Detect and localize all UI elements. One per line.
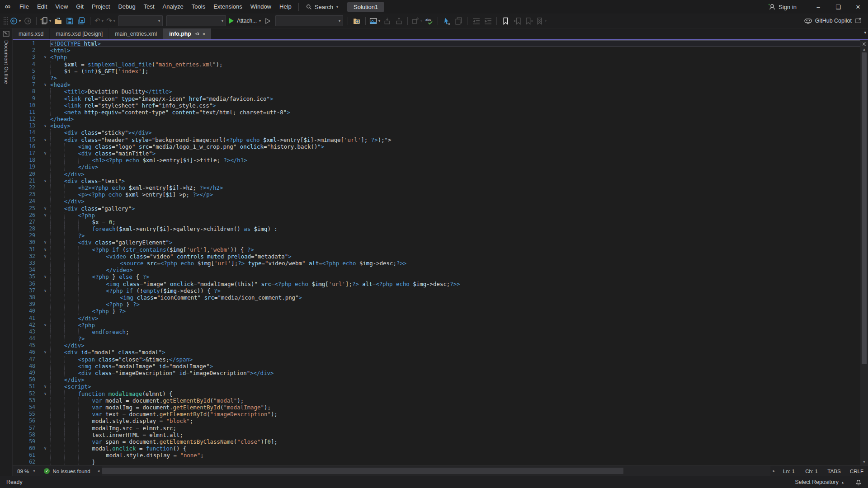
toggle-bookmark-button[interactable] [500, 15, 511, 26]
menu-window[interactable]: Window [246, 0, 275, 14]
chevron-down-icon[interactable]: ▾ [19, 19, 21, 23]
code-line[interactable]: 56modal.style.display = "block"; [13, 418, 860, 424]
code-text[interactable]: } [50, 459, 860, 465]
fold-chevron-icon[interactable]: ∨ [40, 178, 50, 184]
code-text[interactable]: <img class="modalImage" id="modalImage"> [50, 363, 860, 370]
code-line[interactable]: 21∨<div class="text"> [13, 178, 860, 184]
code-text[interactable]: <div class="header" style="background-im… [50, 136, 860, 143]
code-line[interactable]: 46∨<div id="modal" class="modal"> [13, 349, 860, 356]
code-line[interactable]: 57modalImg.src = elmnt.src; [13, 425, 860, 432]
code-line[interactable]: 43endforeach; [13, 328, 860, 335]
code-line[interactable]: 50</div> [13, 376, 860, 383]
code-line[interactable]: 28foreach($xml->entry[$i]->gallery->chil… [13, 225, 860, 232]
fold-chevron-icon[interactable]: ∨ [40, 273, 50, 280]
code-line[interactable]: 51∨<script> [13, 383, 860, 390]
code-line[interactable]: 33<source src=<?php echo $img['url'];?> … [13, 260, 860, 267]
code-text[interactable]: $xml = simplexml_load_file("main_entries… [50, 61, 860, 68]
fold-chevron-icon[interactable]: ∨ [40, 445, 50, 452]
code-line[interactable]: 5$i = (int)$_GET['index']; [13, 68, 860, 75]
code-line[interactable]: 2<html> [13, 47, 860, 54]
code-line[interactable]: 15∨<div class="header" style="background… [13, 136, 860, 143]
previous-bookmark-button[interactable] [511, 15, 523, 26]
code-line[interactable]: 22<h2><?php echo $xml->entry[$i]->h2; ?>… [13, 184, 860, 191]
code-line[interactable]: 30∨<div class="galleryElement"> [13, 239, 860, 246]
document-list-chevron-icon[interactable]: ▾ [864, 30, 866, 35]
export-settings-button[interactable] [393, 15, 405, 26]
code-line[interactable]: 53var modal = document.getElementById("m… [13, 397, 860, 404]
code-text[interactable]: var modal = document.getElementById("mod… [50, 397, 860, 404]
chevron-down-icon[interactable]: ▾ [420, 19, 422, 23]
scroll-down-arrow-icon[interactable]: ▼ [863, 460, 866, 464]
code-line[interactable]: 44?> [13, 335, 860, 342]
configuration-dropdown[interactable]: ▾ [118, 15, 163, 26]
code-line[interactable]: 42∨<?php [13, 322, 860, 328]
code-text[interactable]: <div class="sticky"></div> [50, 129, 860, 136]
fold-chevron-icon[interactable]: ∨ [40, 287, 50, 294]
code-text[interactable]: </video> [50, 267, 860, 273]
start-without-debugging-button[interactable] [262, 15, 274, 26]
tabs-mode-indicator[interactable]: TABS [823, 468, 845, 474]
code-line[interactable]: 17∨<div class="mainTitle"> [13, 150, 860, 157]
code-text[interactable]: <body> [50, 122, 860, 129]
code-line[interactable]: 47<span class="close">&times;</span> [13, 356, 860, 363]
code-text[interactable]: text.innerHTML = elmnt.alt; [50, 432, 860, 438]
code-text[interactable]: <div class="imageDescription" id="imageD… [50, 370, 860, 376]
code-line[interactable]: 18<h1><?php echo $xml->entry[$i]->title;… [13, 157, 860, 164]
chevron-down-icon[interactable]: ▾ [113, 19, 115, 23]
code-line[interactable]: 61modal.style.display = "none"; [13, 452, 860, 459]
code-line[interactable]: 31∨<?php if (str_contains($img['url'],'w… [13, 246, 860, 253]
code-text[interactable]: var text = document.getElementById("imag… [50, 411, 860, 418]
fold-chevron-icon[interactable]: ∨ [40, 122, 50, 129]
minimize-button[interactable]: – [808, 0, 828, 14]
code-text[interactable]: <img class="logo" src="media/logo_1_w_cr… [50, 143, 860, 150]
code-line[interactable]: 60∨modal.onclick = function() { [13, 445, 860, 452]
scroll-left-arrow-icon[interactable]: ◄ [95, 469, 102, 473]
code-text[interactable]: <html> [50, 47, 860, 54]
search-box[interactable]: Search ▾ [302, 4, 343, 10]
code-line[interactable]: 10<link rel="stylesheet" href="info_styl… [13, 102, 860, 109]
pin-icon[interactable] [194, 32, 199, 36]
code-text[interactable]: function modalImage(elmnt) { [50, 390, 860, 397]
scroll-up-arrow-icon[interactable]: ▲ [863, 47, 866, 52]
code-text[interactable]: <?php [50, 54, 860, 61]
code-line[interactable]: 4$xml = simplexml_load_file("main_entrie… [13, 61, 860, 68]
code-line[interactable]: 6?> [13, 75, 860, 81]
code-text[interactable]: modal.style.display = "block"; [50, 418, 860, 424]
line-indicator[interactable]: Ln: 1 [778, 468, 800, 474]
horizontal-scrollbar[interactable] [102, 466, 770, 476]
code-text[interactable]: </div> [50, 198, 860, 205]
redo-button[interactable]: ↷ ▾ [105, 15, 117, 26]
code-text[interactable]: <p><?php echo $xml->entry[$i]->p; ?></p> [50, 191, 860, 198]
code-line[interactable]: 29?> [13, 232, 860, 239]
increase-indent-button[interactable] [482, 15, 494, 26]
fold-chevron-icon[interactable]: ∨ [40, 383, 50, 390]
code-text[interactable]: <h1><?php echo $xml->entry[$i]->title; ?… [50, 157, 860, 164]
code-text[interactable]: foreach($xml->entry[$i]->gallery->childr… [50, 225, 860, 232]
code-line[interactable]: 49<div class="imageDescription" id="imag… [13, 370, 860, 376]
tab-main-entries-xml[interactable]: main_entries.xml [109, 28, 163, 39]
code-text[interactable]: <?php if (!empty($img->desc)) { ?> [50, 287, 860, 294]
code-text[interactable]: <?php [50, 322, 860, 328]
tab-mains-xsd-design-[interactable]: mains.xsd [Design] [50, 28, 108, 39]
code-text[interactable]: <?php } ?> [50, 308, 860, 314]
code-text[interactable]: <title>Deviation Duality</title> [50, 88, 860, 95]
code-text[interactable]: <div class="mainTitle"> [50, 150, 860, 157]
code-line[interactable]: 12</head> [13, 116, 860, 122]
next-bookmark-button[interactable] [523, 15, 535, 26]
document-outline-tab[interactable]: Document Outline [0, 28, 13, 476]
code-text[interactable]: ?> [50, 232, 860, 239]
fold-chevron-icon[interactable]: ∨ [40, 349, 50, 356]
code-line[interactable]: 19</div> [13, 164, 860, 170]
code-text[interactable]: </head> [50, 116, 860, 122]
eol-indicator[interactable]: CRLF [845, 468, 868, 474]
code-text[interactable]: var modalImg = document.getElementById("… [50, 404, 860, 411]
code-line[interactable]: 39<?php } ?> [13, 301, 860, 308]
code-text[interactable]: <video class="video" controls muted prel… [50, 253, 860, 260]
code-text[interactable]: $i = (int)$_GET['index']; [50, 68, 860, 75]
menu-view[interactable]: View [51, 0, 72, 14]
open-file-button[interactable] [52, 15, 64, 26]
scrollbar-thumb[interactable] [862, 52, 867, 364]
chevron-down-icon[interactable]: ▾ [49, 19, 51, 23]
menu-edit[interactable]: Edit [33, 0, 51, 14]
code-line[interactable]: 54var modalImg = document.getElementById… [13, 404, 860, 411]
